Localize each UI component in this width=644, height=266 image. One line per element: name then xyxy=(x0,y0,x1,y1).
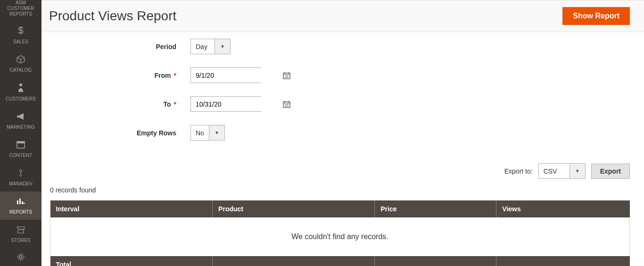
nav-customers[interactable]: CUSTOMERS xyxy=(0,78,41,107)
layout-icon xyxy=(17,140,25,151)
nav-content[interactable]: CONTENT xyxy=(0,135,41,163)
table-header-row: Interval Product Price Views xyxy=(50,200,630,217)
period-row: Period Day ▼ xyxy=(49,39,636,54)
filter-form: Period Day ▼ From* To* xyxy=(41,32,644,158)
nav-label: ASM CUSTOMER REPORTS xyxy=(2,0,40,17)
svg-point-8 xyxy=(24,202,25,204)
col-price[interactable]: Price xyxy=(375,200,496,217)
nav-label: MANADEV xyxy=(9,181,32,187)
svg-rect-7 xyxy=(22,201,23,204)
nav-label: MARKETING xyxy=(7,125,34,130)
svg-point-4 xyxy=(20,169,22,172)
box-icon xyxy=(16,55,25,66)
page-header: Product Views Report Show Report xyxy=(41,0,644,32)
store-icon xyxy=(16,225,25,236)
from-label: From* xyxy=(49,72,190,79)
chevron-down-icon: ▼ xyxy=(215,39,230,54)
nav-system[interactable] xyxy=(0,248,41,266)
period-select[interactable]: Day ▼ xyxy=(190,39,231,54)
nav-catalog[interactable]: CATALOG xyxy=(0,50,41,78)
to-date-field[interactable] xyxy=(190,96,261,112)
from-row: From* xyxy=(49,67,636,83)
report-table: Interval Product Price Views We couldn't… xyxy=(50,200,630,266)
nav-label: SALES xyxy=(13,39,28,45)
admin-sidebar: ASM CUSTOMER REPORTS $ SALES CATALOG CUS… xyxy=(0,0,41,266)
empty-rows-value: No xyxy=(191,125,209,140)
nav-stores[interactable]: STORES xyxy=(0,220,41,248)
period-label: Period xyxy=(49,43,190,50)
table-empty-row: We couldn't find any records. xyxy=(50,217,630,256)
nav-label: CONTENT xyxy=(9,153,32,158)
nav-marketing[interactable]: MARKETING xyxy=(0,107,41,135)
required-mark: * xyxy=(174,72,176,79)
chevron-down-icon: ▼ xyxy=(209,125,224,140)
main-content: Product Views Report Show Report Period … xyxy=(41,0,644,266)
footer-views xyxy=(496,256,630,266)
to-label: To* xyxy=(49,100,190,108)
export-format-value: CSV xyxy=(539,164,570,178)
nav-asm-customer-reports[interactable]: ASM CUSTOMER REPORTS xyxy=(0,0,41,21)
footer-product xyxy=(213,256,375,266)
export-label: Export to: xyxy=(504,167,533,175)
person-icon xyxy=(17,83,24,94)
period-value: Day xyxy=(191,39,215,54)
footer-total: Total xyxy=(50,256,213,266)
svg-rect-3 xyxy=(17,141,25,143)
calendar-icon[interactable] xyxy=(283,100,290,108)
to-date-input[interactable] xyxy=(191,97,283,111)
from-date-input[interactable] xyxy=(191,68,283,83)
page-title: Product Views Report xyxy=(49,8,176,24)
svg-text:$: $ xyxy=(18,25,23,35)
dollar-icon: $ xyxy=(17,25,25,37)
mana-icon xyxy=(17,168,25,179)
col-product[interactable]: Product xyxy=(213,200,375,217)
empty-rows-label: Empty Rows xyxy=(49,129,190,137)
calendar-icon[interactable] xyxy=(283,72,290,79)
nav-label: CUSTOMERS xyxy=(6,96,36,102)
empty-rows-select[interactable]: No ▼ xyxy=(190,125,225,141)
empty-message: We couldn't find any records. xyxy=(50,217,630,256)
nav-sales[interactable]: $ SALES xyxy=(0,21,41,50)
records-found: 0 records found xyxy=(41,186,644,200)
nav-label: CATALOG xyxy=(10,67,32,73)
megaphone-icon xyxy=(16,112,25,123)
nav-label: STORES xyxy=(11,238,31,243)
export-row: Export to: CSV ▼ Export xyxy=(41,158,644,186)
nav-manadev[interactable]: MANADEV xyxy=(0,163,41,191)
to-row: To* xyxy=(49,96,636,112)
col-interval[interactable]: Interval xyxy=(50,200,213,217)
chart-icon xyxy=(16,197,25,208)
show-report-button[interactable]: Show Report xyxy=(562,7,630,25)
svg-rect-5 xyxy=(17,200,18,204)
export-button[interactable]: Export xyxy=(591,164,630,179)
footer-price xyxy=(375,256,496,266)
empty-rows-row: Empty Rows No ▼ xyxy=(49,125,636,141)
svg-point-9 xyxy=(19,256,22,258)
gear-icon xyxy=(17,253,25,264)
table-footer-row: Total xyxy=(50,256,630,266)
svg-rect-6 xyxy=(19,199,21,204)
export-format-select[interactable]: CSV ▼ xyxy=(538,163,586,179)
nav-reports[interactable]: REPORTS xyxy=(0,191,41,220)
required-mark: * xyxy=(174,100,176,108)
nav-label: REPORTS xyxy=(9,209,32,215)
svg-point-1 xyxy=(19,83,22,86)
chevron-down-icon: ▼ xyxy=(570,164,585,178)
from-date-field[interactable] xyxy=(190,67,261,83)
col-views[interactable]: Views xyxy=(496,200,630,217)
